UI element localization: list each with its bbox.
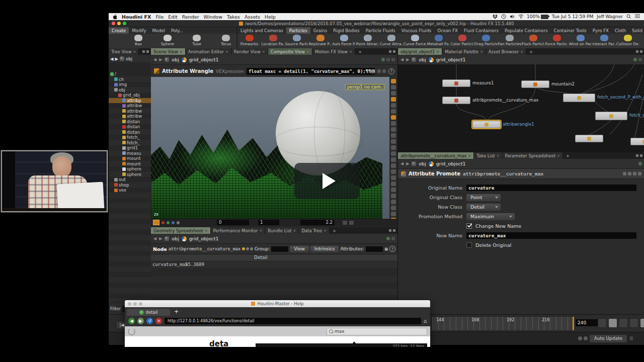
- shelf-tool[interactable]: Box: [124, 34, 153, 46]
- pane-menu-icon[interactable]: [636, 48, 644, 55]
- presenter-webcam-video[interactable]: [1, 150, 108, 212]
- view-dropdown[interactable]: View: [290, 246, 308, 252]
- menu-item[interactable]: Assets: [245, 14, 260, 20]
- help-icon[interactable]: ?: [388, 68, 394, 74]
- shelf-tab[interactable]: Cloth: [612, 27, 629, 34]
- tree-item[interactable]: distan: [109, 130, 151, 135]
- tree-item[interactable]: grid_obj: [109, 93, 151, 98]
- spotlight-icon[interactable]: [626, 14, 631, 19]
- tree-item[interactable]: sphere: [109, 166, 151, 172]
- auto-update-dropdown[interactable]: Auto Update: [590, 335, 627, 342]
- shelf-tool[interactable]: Flock Particl...: [521, 34, 545, 46]
- reload-button[interactable]: ↺: [146, 318, 153, 324]
- pane-controls[interactable]: [633, 58, 642, 61]
- close-icon[interactable]: ×: [180, 50, 183, 54]
- tree-item[interactable]: sphere: [109, 172, 151, 177]
- equals-icon[interactable]: ≡: [384, 246, 388, 251]
- pin-icons[interactable]: [242, 247, 253, 250]
- tab-tree-view[interactable]: Tree View ×: [109, 48, 139, 55]
- footer-mini-icon[interactable]: [349, 221, 354, 225]
- nav-forward-icon[interactable]: ▶: [406, 57, 409, 62]
- menu-item[interactable]: Takes: [227, 14, 240, 20]
- close-window-icon[interactable]: [112, 22, 115, 25]
- tree-item[interactable]: distan: [109, 124, 151, 130]
- network-node[interactable]: [630, 138, 644, 145]
- zoom-window-icon[interactable]: [123, 22, 126, 25]
- close-icon[interactable]: ×: [480, 50, 483, 54]
- shelf-tab[interactable]: Ocean FX: [434, 27, 461, 34]
- menu-item[interactable]: Edit: [168, 14, 177, 20]
- pane-tab[interactable]: Take List ×: [474, 152, 502, 159]
- shelf-tool[interactable]: Force Partic...: [545, 34, 569, 46]
- close-icon[interactable]: ×: [225, 50, 228, 54]
- tree-context-label[interactable]: obj: [126, 56, 132, 61]
- help-new-tab-button[interactable]: +: [174, 308, 179, 315]
- close-icon[interactable]: ×: [436, 50, 439, 54]
- tree-item[interactable]: mount: [109, 156, 151, 161]
- spreadsheet-node-name[interactable]: attribpromote__curvature_max: [169, 246, 240, 251]
- breadcrumb-node[interactable]: grid_object1: [436, 161, 466, 166]
- tree-item[interactable]: mount: [109, 161, 151, 167]
- shelf-tool[interactable]: Sphere: [153, 34, 182, 46]
- nav-forward-icon[interactable]: ▶: [159, 57, 162, 62]
- new-name-input[interactable]: curvature_max: [466, 232, 636, 239]
- close-icon[interactable]: ×: [497, 154, 500, 158]
- clock-icon[interactable]: [501, 14, 506, 19]
- shelf-tool[interactable]: Replicate P...: [308, 34, 332, 46]
- playhead[interactable]: [573, 317, 574, 330]
- close-icon[interactable]: ×: [468, 154, 471, 158]
- footer-dot-icon[interactable]: [162, 221, 165, 224]
- tree-item[interactable]: out: [109, 177, 151, 183]
- breadcrumb-root[interactable]: obj: [419, 57, 426, 62]
- pane-tab[interactable]: Animation Editor ×: [186, 48, 231, 55]
- pane-tab[interactable]: Geometry Spreadsheet ×: [151, 227, 211, 234]
- nav-forward-icon[interactable]: ▶: [115, 56, 119, 61]
- help-title-bar[interactable]: Houdini-Master - Help: [125, 300, 430, 307]
- shelf-tool[interactable]: Location Pa...: [261, 34, 285, 46]
- network-node[interactable]: fetch_sec: [595, 112, 627, 120]
- intrinsics-dropdown[interactable]: Intrinsics: [310, 246, 339, 252]
- pane-tab[interactable]: Asset Browser ×: [486, 48, 526, 55]
- shelf-tab[interactable]: Particle Fluids: [363, 27, 398, 34]
- play-button[interactable]: [294, 163, 360, 199]
- pane-tab[interactable]: Data Tree ×: [299, 227, 330, 234]
- nav-back-icon[interactable]: ◀: [400, 57, 404, 62]
- current-frame-field[interactable]: 240: [576, 319, 598, 326]
- menu-item[interactable]: Help: [265, 14, 276, 20]
- shelf-tool[interactable]: Wind on Par...: [569, 34, 592, 46]
- network-node[interactable]: fetch_second_P_with_opinp: [563, 94, 595, 102]
- close-icon[interactable]: ×: [557, 154, 560, 158]
- nav-back-icon[interactable]: ◀: [153, 236, 156, 241]
- url-field[interactable]: http://127.0.0.1:48626/vex/functions/det…: [165, 318, 421, 324]
- network-node[interactable]: attribwrangle1: [472, 121, 501, 128]
- pane-tab[interactable]: Material Palette ×: [442, 48, 486, 55]
- menu-clock[interactable]: Tue Jul 5 12:59 PM: [552, 14, 594, 19]
- help-browser-window[interactable]: Houdini-Master - Help detail + ◀ ▶ ↺ × h…: [125, 300, 430, 347]
- shelf-tab[interactable]: Poly...: [168, 27, 186, 34]
- shelf-tab[interactable]: Viscous Fluids: [398, 27, 435, 34]
- pane-tab[interactable]: Motion FX View ×: [312, 48, 355, 55]
- shelf-tab[interactable]: Particles: [286, 27, 310, 34]
- pane-controls[interactable]: [381, 58, 395, 61]
- shelf-tool[interactable]: Point Attrac...: [356, 34, 379, 46]
- close-icon[interactable]: ×: [293, 229, 296, 233]
- menu-user[interactable]: Jeff Wagner: [597, 14, 623, 19]
- nav-back-icon[interactable]: ◀: [153, 57, 156, 62]
- nav-forward-icon[interactable]: ▶: [159, 236, 162, 241]
- network-node[interactable]: [575, 135, 603, 142]
- shelf-tab[interactable]: Modify: [129, 27, 149, 34]
- close-icon[interactable]: ×: [349, 50, 352, 54]
- original-class-dropdown[interactable]: Point: [466, 194, 501, 201]
- close-icon[interactable]: ×: [205, 229, 208, 233]
- menu-item[interactable]: Window: [204, 14, 222, 20]
- shelf-tab[interactable]: Solid: [629, 27, 644, 34]
- notification-center-icon[interactable]: [635, 14, 640, 19]
- parameter-header-icons[interactable]: [623, 172, 641, 175]
- back-button[interactable]: ◀: [128, 318, 135, 324]
- help-tab-detail[interactable]: detail: [127, 309, 170, 316]
- attributes-input[interactable]: [366, 246, 383, 252]
- viewport-toolbar[interactable]: [389, 77, 397, 219]
- breadcrumb-root[interactable]: obj: [172, 57, 179, 62]
- footer-dot-icon[interactable]: [172, 221, 175, 224]
- pane-tab[interactable]: Composite View ×: [268, 48, 312, 55]
